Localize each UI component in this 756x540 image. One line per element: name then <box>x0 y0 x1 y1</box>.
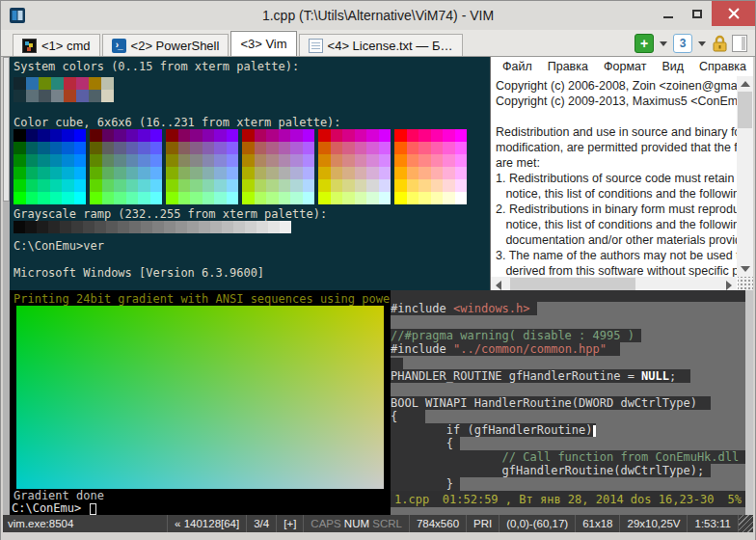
vim-status-line: 1.cpp 01:52:59 , Вт янв 28, 2014 dos 16,… <box>391 491 745 507</box>
conemu-window: 1.cpp (T:\Utils\Alternative\ViM74) - VIM… <box>0 0 756 540</box>
gradient-title-line: Printing 24bit gradient with ANSI sequen… <box>14 292 391 306</box>
license-text-line: documentation and/or other materials pro… <box>496 232 737 248</box>
code-line: PHANDLER_ROUTINE gfHandlerRoutine = NULL… <box>391 369 745 383</box>
scroll-up-icon[interactable] <box>741 81 750 87</box>
status-cell: PRI <box>466 515 499 532</box>
status-bar: vim.exe:8504 « 140128[64]3/4[+]CAPS NUM … <box>3 515 753 532</box>
scroll-down-icon[interactable] <box>741 266 750 272</box>
cube-block <box>318 129 391 204</box>
license-text-line: 1. Redistributions of source code must r… <box>496 171 737 186</box>
license-text-line: notice, this list of conditions and the … <box>496 186 737 202</box>
license-text-line: derived from this software without speci… <box>496 263 737 277</box>
menu-item[interactable]: Справка <box>691 60 753 73</box>
close-button[interactable] <box>712 1 755 26</box>
cube-block <box>242 129 314 204</box>
maximize-button[interactable] <box>683 1 712 26</box>
status-panel-icon[interactable] <box>732 35 747 52</box>
license-text-line: notice, this list of conditions and the … <box>496 217 737 232</box>
color-swatch <box>101 77 114 90</box>
gradient-done-line: Gradient done <box>14 489 104 502</box>
color-swatch <box>39 90 51 102</box>
license-text-line: 2. Redistributions in binary form must r… <box>496 202 737 217</box>
close-icon <box>728 8 740 19</box>
new-console-button[interactable]: + <box>634 34 654 53</box>
lock-icon[interactable] <box>712 35 728 53</box>
left-scrollbar[interactable] <box>3 57 10 515</box>
status-cell: 1:53:11 <box>687 515 738 532</box>
color-swatch <box>89 90 101 102</box>
cube-block <box>90 129 162 204</box>
code-line: } <box>391 477 745 491</box>
status-cell: (0,0)-(60,17) <box>499 515 575 532</box>
notepad-pane: ФайлПравкаФорматВидСправка Copyright (c)… <box>490 57 753 292</box>
minimize-button[interactable] <box>654 1 683 26</box>
tab-2[interactable]: <2> PowerShell <box>102 34 230 56</box>
title-bar[interactable]: 1.cpp (T:\Utils\Alternative\ViM74) - VIM <box>1 1 755 30</box>
system-colors-title: System colors (0..15 from xterm palette)… <box>14 60 299 73</box>
code-line: { <box>391 437 745 450</box>
color-swatch <box>14 90 26 102</box>
active-process-label: vim.exe:8504 <box>3 515 167 532</box>
new-console-dropdown-icon[interactable] <box>660 41 667 46</box>
color-swatch <box>76 90 89 102</box>
code-line: // Call function from ConEmuHk.dll <box>391 450 745 464</box>
menu-item[interactable]: Вид <box>654 60 691 73</box>
tab-bar: <1> cmd<2> PowerShell<3> Vim<4> License.… <box>1 30 755 57</box>
license-text-line: Copyright (c) 2009-2013, Maximus5 <ConEm… <box>496 94 737 109</box>
color-swatch <box>101 90 114 102</box>
color-swatch <box>64 90 76 102</box>
code-line: #include "../common/common.hpp" <box>391 342 745 356</box>
tab-label: <4> License.txt — Б… <box>328 39 453 53</box>
tab-strip: <1> cmd<2> PowerShell<3> Vim<4> License.… <box>13 31 465 56</box>
notepad-text-area[interactable]: Copyright (c) 2006-2008, Zoin <zoinen@gm… <box>491 76 737 277</box>
vim-scroll-percent: 5% <box>728 493 742 506</box>
scroll-right-icon[interactable] <box>726 281 732 290</box>
terminal-pane-cmd[interactable]: System colors (0..15 from xterm palette)… <box>10 57 490 290</box>
active-console-button[interactable]: 3 <box>673 34 692 53</box>
window-resize-grip[interactable] <box>738 515 753 532</box>
window-title: 1.cpp (T:\Utils\Alternative\ViM74) - VIM <box>1 8 755 23</box>
vim-pane[interactable]: #include <windows.h>//#pragma warning( d… <box>391 290 745 515</box>
menu-item[interactable]: Правка <box>540 60 596 73</box>
status-cells: « 140128[64]3/4[+]CAPS NUM SCRL784x560PR… <box>167 515 738 532</box>
console-list-dropdown-icon[interactable] <box>698 41 706 46</box>
cube-block <box>166 129 238 204</box>
vertical-scrollbar-thumb[interactable] <box>738 92 752 128</box>
notepad-menu-bar: ФайлПравкаФорматВидСправка <box>491 57 753 76</box>
status-cell: CAPS NUM SCRL <box>303 515 409 532</box>
color-swatch <box>64 77 76 90</box>
code-line <box>391 290 745 302</box>
minimize-icon <box>663 16 673 18</box>
status-cell: « 140128[64] <box>167 515 246 532</box>
conemu-app-icon[interactable] <box>9 7 26 24</box>
color-swatch <box>51 90 64 102</box>
tab-4[interactable]: <4> License.txt — Б… <box>299 34 463 56</box>
system-colors-swatches <box>14 77 114 102</box>
status-cell: 756x540 <box>409 515 466 532</box>
code-line <box>391 356 745 369</box>
vim-code: #include <windows.h>//#pragma warning( d… <box>391 290 745 491</box>
left-scrollbar-thumb[interactable] <box>3 57 10 202</box>
license-text-line: Copyright (c) 2006-2008, Zoin <zoinen@gm… <box>496 78 737 94</box>
license-text-line: Redistribution and use in source and bin… <box>496 124 737 140</box>
tab-1[interactable]: <1> cmd <box>13 34 100 56</box>
code-line: gfHandlerRoutine(dwCtrlType); <box>391 464 745 477</box>
color-swatch <box>51 77 64 90</box>
color-swatch <box>89 77 101 90</box>
vim-filename: 1.cpp <box>394 493 429 506</box>
horizontal-scrollbar-thumb[interactable] <box>510 278 635 291</box>
scroll-left-icon[interactable] <box>496 281 501 290</box>
terminal-pane-powershell[interactable]: Printing 24bit gradient with ANSI sequen… <box>10 290 391 515</box>
maximize-icon <box>692 10 702 18</box>
tab-3[interactable]: <3> Vim <box>230 31 296 56</box>
menu-item[interactable]: Файл <box>495 60 540 73</box>
notepad-vertical-scrollbar[interactable] <box>737 76 753 277</box>
console-area: System colors (0..15 from xterm palette)… <box>3 57 753 515</box>
license-text-line: modification, are permitted provided tha… <box>496 140 737 155</box>
cmd-prompt-line: C:\ConEmu>ver <box>14 239 104 253</box>
right-scrollbar[interactable] <box>745 290 753 515</box>
code-line: { <box>391 410 745 423</box>
color-swatch <box>26 77 39 90</box>
note-icon <box>309 39 323 53</box>
menu-item[interactable]: Формат <box>596 60 654 73</box>
